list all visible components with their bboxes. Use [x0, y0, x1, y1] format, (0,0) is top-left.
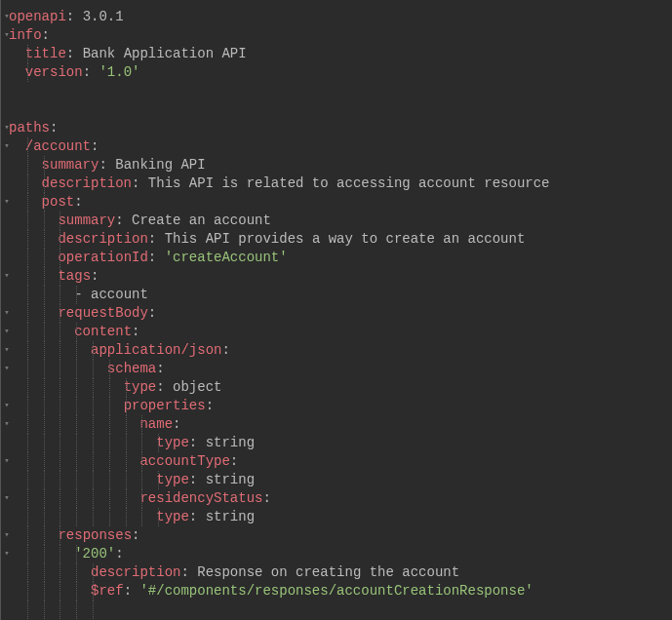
code-line[interactable]: ▾ schema: [9, 360, 672, 378]
code-line[interactable]: description: This API provides a way to … [9, 230, 672, 249]
fold-chevron-icon[interactable]: ▾ [3, 397, 11, 415]
fold-chevron-icon[interactable]: ▾ [3, 415, 11, 434]
code-line[interactable]: summary: Banking API [9, 156, 672, 174]
fold-chevron-icon[interactable]: ▾ [3, 8, 11, 26]
code-line[interactable]: version: '1.0' [9, 63, 672, 82]
indent-guide [59, 230, 60, 249]
yaml-value: This API provides a way to create an acc… [165, 231, 526, 247]
indent-guide [141, 489, 142, 508]
code-line[interactable]: ▾ requestBody: [9, 304, 672, 323]
code-line[interactable] [9, 82, 672, 100]
fold-chevron-icon[interactable]: ▾ [3, 304, 11, 323]
fold-chevron-icon[interactable]: ▾ [3, 526, 11, 545]
yaml-value: : [148, 231, 165, 247]
indent-guide [27, 563, 28, 582]
indent-guide [93, 563, 94, 582]
code-line[interactable]: ▾ application/json: [9, 341, 672, 360]
indent-guide [27, 341, 28, 360]
code-line[interactable]: ▾ accountType: [9, 452, 672, 471]
indent-guide [44, 156, 45, 174]
code-line[interactable]: ▾ post: [9, 193, 672, 212]
yaml-value: : [115, 213, 132, 228]
fold-chevron-icon[interactable]: ▾ [3, 341, 11, 360]
fold-chevron-icon[interactable]: ▾ [3, 267, 11, 286]
fold-chevron-icon[interactable]: ▾ [3, 137, 11, 156]
yaml-key: type [156, 509, 189, 524]
fold-chevron-icon[interactable]: ▾ [3, 193, 11, 212]
yaml-key: properties [124, 398, 206, 413]
code-line[interactable]: operationId: 'createAccount' [9, 249, 672, 267]
code-line[interactable]: description: This API is related to acce… [9, 174, 672, 193]
yaml-value: Banking API [115, 157, 205, 173]
code-line[interactable]: ▾ tags: [9, 267, 672, 286]
indent-guide [44, 360, 45, 378]
indent-guide [44, 508, 45, 526]
yaml-string: 'createAccount' [165, 250, 288, 265]
yaml-key: description [42, 175, 132, 191]
code-line[interactable]: ▾ content: [9, 323, 672, 341]
indent-guide [59, 323, 60, 341]
indent-guide [76, 452, 77, 471]
indent-guide [44, 212, 45, 230]
fold-chevron-icon[interactable]: ▾ [3, 545, 11, 563]
fold-chevron-icon[interactable]: ▾ [3, 323, 11, 341]
code-line[interactable]: ▾ properties: [9, 397, 672, 415]
yaml-key: openapi [9, 9, 66, 24]
indent-guide [44, 601, 45, 619]
code-line[interactable]: type: string [9, 508, 672, 526]
code-line[interactable]: description: Response on creating the ac… [9, 563, 672, 582]
code-line[interactable]: ▾openapi: 3.0.1 [9, 8, 672, 26]
code-line[interactable]: - account [9, 286, 672, 304]
code-line[interactable]: ▾ residencyStatus: [9, 489, 672, 508]
indent-guide [76, 323, 77, 341]
indent-guide [158, 471, 159, 489]
indent-guide [59, 563, 60, 582]
yaml-key: info [9, 27, 42, 43]
yaml-key: type [156, 472, 189, 487]
code-line[interactable]: ▾ name: [9, 415, 672, 434]
yaml-key: title [25, 46, 66, 61]
indent-guide [27, 45, 28, 63]
yaml-key: tags [58, 268, 91, 284]
code-line[interactable] [9, 601, 672, 619]
code-line[interactable]: ▾info: [9, 26, 672, 45]
indent-guide [59, 378, 60, 397]
indent-guide [27, 267, 28, 286]
indent-guide [126, 415, 127, 434]
indent-guide [93, 415, 94, 434]
yaml-value: : [99, 157, 115, 173]
indent-guide [44, 249, 45, 267]
indent-guide [93, 341, 94, 360]
code-editor[interactable]: ▾openapi: 3.0.1▾info: title: Bank Applic… [1, 0, 672, 619]
yaml-value: : [83, 64, 99, 80]
code-line[interactable]: ▾paths: [9, 119, 672, 137]
code-line[interactable]: ▾ responses: [9, 526, 672, 545]
indent-guide [59, 489, 60, 508]
yaml-value: : [91, 268, 99, 284]
indent-guide [59, 212, 60, 230]
yaml-value: Bank Application API [83, 46, 247, 61]
fold-chevron-icon[interactable]: ▾ [3, 360, 11, 378]
fold-chevron-icon[interactable]: ▾ [3, 26, 11, 45]
indent-guide [59, 267, 60, 286]
indent-guide [158, 508, 159, 526]
yaml-key: requestBody [58, 305, 147, 321]
yaml-value: : [115, 546, 123, 562]
fold-chevron-icon[interactable]: ▾ [3, 452, 11, 471]
code-line[interactable]: ▾ /account: [9, 137, 672, 156]
indent-guide [44, 471, 45, 489]
indent-guide [59, 434, 60, 452]
yaml-value: : [189, 435, 206, 450]
code-line[interactable]: $ref: '#/components/responses/accountCre… [9, 582, 672, 601]
code-line[interactable]: title: Bank Application API [9, 45, 672, 63]
fold-chevron-icon[interactable]: ▾ [3, 119, 11, 137]
code-line[interactable]: type: object [9, 378, 672, 397]
indent-guide [76, 489, 77, 508]
yaml-value: This API is related to accessing account… [148, 175, 550, 191]
code-line[interactable]: ▾ '200': [9, 545, 672, 563]
code-line[interactable]: type: string [9, 434, 672, 452]
code-line[interactable]: summary: Create an account [9, 212, 672, 230]
fold-chevron-icon[interactable]: ▾ [3, 489, 11, 508]
code-line[interactable] [9, 100, 672, 119]
code-line[interactable]: type: string [9, 471, 672, 489]
